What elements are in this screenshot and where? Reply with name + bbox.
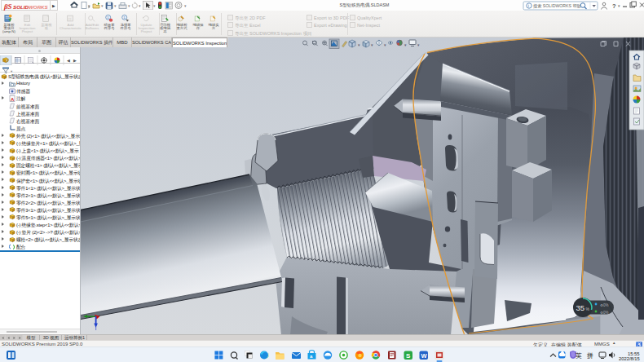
svg-text:搜索 SOLIDWORKS 帮助: 搜索 SOLIDWORKS 帮助 — [533, 3, 581, 9]
svg-text:A: A — [11, 96, 15, 101]
svg-text:英: 英 — [576, 352, 582, 360]
svg-text:▶: ▶ — [73, 58, 77, 63]
svg-text:拼: 拼 — [586, 352, 593, 360]
svg-text:S: S — [406, 352, 411, 360]
svg-text:⚙0%: ⚙0% — [600, 303, 609, 307]
svg-text:SOLID: SOLID — [13, 4, 29, 10]
svg-text:⚙0%: ⚙0% — [600, 311, 609, 315]
svg-text:▾: ▾ — [128, 3, 130, 8]
svg-text:i: i — [528, 3, 529, 8]
svg-text:▾: ▾ — [153, 3, 156, 8]
svg-text:▾: ▾ — [618, 3, 620, 8]
svg-text:▾: ▾ — [88, 3, 90, 8]
svg-text:▾: ▾ — [101, 3, 104, 8]
svg-text:βS: βS — [3, 2, 12, 11]
svg-text:%: % — [586, 307, 590, 311]
svg-text:□: □ — [68, 16, 70, 21]
svg-text:35: 35 — [576, 303, 585, 312]
svg-text:WORKS: WORKS — [29, 4, 49, 10]
svg-text:▾: ▾ — [184, 3, 187, 8]
svg-text:▾: ▾ — [139, 3, 141, 8]
svg-text:▾: ▾ — [114, 3, 117, 8]
svg-text:2022/8/15: 2022/8/15 — [619, 356, 640, 361]
svg-text:◀: ◀ — [67, 58, 70, 63]
svg-text:?: ? — [612, 2, 616, 10]
svg-text:W: W — [421, 352, 428, 360]
